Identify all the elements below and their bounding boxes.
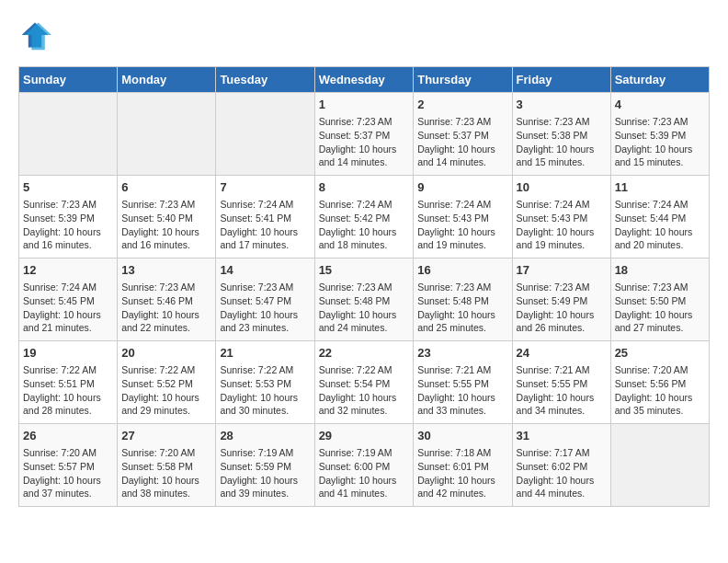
day-info: Sunrise: 7:24 AM Sunset: 5:44 PM Dayligh… [615,198,705,252]
day-number: 6 [121,179,211,196]
day-number: 26 [23,428,113,444]
day-cell: 31Sunrise: 7:17 AM Sunset: 6:02 PM Dayli… [512,424,610,507]
day-number: 17 [517,262,607,279]
week-row-5: 26Sunrise: 7:20 AM Sunset: 5:57 PM Dayli… [19,424,710,507]
day-info: Sunrise: 7:22 AM Sunset: 5:52 PM Dayligh… [121,363,211,418]
day-cell: 5Sunrise: 7:23 AM Sunset: 5:39 PM Daylig… [19,176,118,259]
day-info: Sunrise: 7:24 AM Sunset: 5:41 PM Dayligh… [220,198,310,252]
day-cell: 17Sunrise: 7:23 AM Sunset: 5:49 PM Dayli… [512,259,610,341]
day-number: 25 [615,345,705,362]
header-cell-sunday: Sunday [19,67,118,93]
day-number: 16 [417,262,507,279]
day-number: 9 [417,179,507,196]
day-number: 4 [615,97,705,113]
day-cell: 9Sunrise: 7:24 AM Sunset: 5:43 PM Daylig… [414,176,512,259]
day-info: Sunrise: 7:22 AM Sunset: 5:54 PM Dayligh… [319,363,410,418]
day-cell: 25Sunrise: 7:20 AM Sunset: 5:56 PM Dayli… [610,341,709,424]
day-cell: 7Sunrise: 7:24 AM Sunset: 5:41 PM Daylig… [216,176,314,259]
day-info: Sunrise: 7:22 AM Sunset: 5:51 PM Dayligh… [23,363,113,418]
day-cell: 4Sunrise: 7:23 AM Sunset: 5:39 PM Daylig… [610,93,709,176]
day-cell: 28Sunrise: 7:19 AM Sunset: 5:59 PM Dayli… [216,424,314,507]
day-number: 20 [121,345,211,362]
day-cell [118,93,216,176]
day-info: Sunrise: 7:21 AM Sunset: 5:55 PM Dayligh… [517,363,607,418]
day-number: 28 [220,428,310,444]
day-cell [610,424,709,507]
day-cell: 24Sunrise: 7:21 AM Sunset: 5:55 PM Dayli… [512,341,610,424]
day-number: 3 [517,97,607,113]
day-number: 29 [319,428,410,444]
header-cell-monday: Monday [118,67,216,93]
day-number: 23 [417,345,507,362]
day-info: Sunrise: 7:23 AM Sunset: 5:39 PM Dayligh… [615,115,705,169]
day-info: Sunrise: 7:23 AM Sunset: 5:37 PM Dayligh… [319,115,410,169]
day-cell: 18Sunrise: 7:23 AM Sunset: 5:50 PM Dayli… [610,259,709,341]
page-header [18,18,710,52]
day-number: 22 [319,345,410,362]
day-number: 10 [517,179,607,196]
day-cell: 14Sunrise: 7:23 AM Sunset: 5:47 PM Dayli… [216,259,314,341]
day-info: Sunrise: 7:24 AM Sunset: 5:45 PM Dayligh… [23,281,113,335]
header-cell-saturday: Saturday [610,67,709,93]
day-cell: 21Sunrise: 7:22 AM Sunset: 5:53 PM Dayli… [216,341,314,424]
header-row: SundayMondayTuesdayWednesdayThursdayFrid… [19,67,710,93]
header-cell-tuesday: Tuesday [216,67,314,93]
day-info: Sunrise: 7:23 AM Sunset: 5:39 PM Dayligh… [23,198,113,252]
day-number: 15 [319,262,410,279]
day-number: 31 [517,428,607,444]
day-info: Sunrise: 7:23 AM Sunset: 5:40 PM Dayligh… [121,198,211,252]
day-info: Sunrise: 7:23 AM Sunset: 5:49 PM Dayligh… [517,281,607,335]
day-info: Sunrise: 7:20 AM Sunset: 5:58 PM Dayligh… [121,446,211,500]
day-info: Sunrise: 7:21 AM Sunset: 5:55 PM Dayligh… [417,363,507,418]
week-row-1: 1Sunrise: 7:23 AM Sunset: 5:37 PM Daylig… [19,93,710,176]
day-info: Sunrise: 7:23 AM Sunset: 5:46 PM Dayligh… [121,281,211,335]
day-cell: 1Sunrise: 7:23 AM Sunset: 5:37 PM Daylig… [314,93,414,176]
day-number: 13 [121,262,211,279]
day-number: 12 [23,262,113,279]
day-number: 21 [220,345,310,362]
calendar-table: SundayMondayTuesdayWednesdayThursdayFrid… [18,66,710,507]
day-number: 8 [319,179,410,196]
day-number: 5 [23,179,113,196]
day-info: Sunrise: 7:20 AM Sunset: 5:56 PM Dayligh… [615,363,705,418]
day-cell: 10Sunrise: 7:24 AM Sunset: 5:43 PM Dayli… [512,176,610,259]
week-row-2: 5Sunrise: 7:23 AM Sunset: 5:39 PM Daylig… [19,176,710,259]
header-cell-wednesday: Wednesday [314,67,414,93]
week-row-3: 12Sunrise: 7:24 AM Sunset: 5:45 PM Dayli… [19,259,710,341]
day-cell: 23Sunrise: 7:21 AM Sunset: 5:55 PM Dayli… [414,341,512,424]
day-number: 27 [121,428,211,444]
day-cell: 20Sunrise: 7:22 AM Sunset: 5:52 PM Dayli… [118,341,216,424]
day-info: Sunrise: 7:23 AM Sunset: 5:38 PM Dayligh… [517,115,607,169]
day-cell [216,93,314,176]
day-info: Sunrise: 7:23 AM Sunset: 5:48 PM Dayligh… [319,281,410,335]
week-row-4: 19Sunrise: 7:22 AM Sunset: 5:51 PM Dayli… [19,341,710,424]
day-number: 1 [319,97,410,113]
day-cell [19,93,118,176]
day-cell: 2Sunrise: 7:23 AM Sunset: 5:37 PM Daylig… [414,93,512,176]
day-number: 7 [220,179,310,196]
day-number: 11 [615,179,705,196]
day-cell: 15Sunrise: 7:23 AM Sunset: 5:48 PM Dayli… [314,259,414,341]
day-info: Sunrise: 7:24 AM Sunset: 5:42 PM Dayligh… [319,198,410,252]
day-info: Sunrise: 7:22 AM Sunset: 5:53 PM Dayligh… [220,363,310,418]
day-info: Sunrise: 7:24 AM Sunset: 5:43 PM Dayligh… [417,198,507,252]
day-info: Sunrise: 7:23 AM Sunset: 5:47 PM Dayligh… [220,281,310,335]
day-number: 24 [517,345,607,362]
logo-icon [18,18,51,52]
day-info: Sunrise: 7:17 AM Sunset: 6:02 PM Dayligh… [517,446,607,500]
day-cell: 8Sunrise: 7:24 AM Sunset: 5:42 PM Daylig… [314,176,414,259]
day-cell: 12Sunrise: 7:24 AM Sunset: 5:45 PM Dayli… [19,259,118,341]
day-info: Sunrise: 7:23 AM Sunset: 5:50 PM Dayligh… [615,281,705,335]
day-cell: 29Sunrise: 7:19 AM Sunset: 6:00 PM Dayli… [314,424,414,507]
day-info: Sunrise: 7:24 AM Sunset: 5:43 PM Dayligh… [517,198,607,252]
day-info: Sunrise: 7:19 AM Sunset: 6:00 PM Dayligh… [319,446,410,500]
day-cell: 27Sunrise: 7:20 AM Sunset: 5:58 PM Dayli… [118,424,216,507]
day-cell: 3Sunrise: 7:23 AM Sunset: 5:38 PM Daylig… [512,93,610,176]
day-info: Sunrise: 7:23 AM Sunset: 5:48 PM Dayligh… [417,281,507,335]
day-number: 19 [23,345,113,362]
day-info: Sunrise: 7:19 AM Sunset: 5:59 PM Dayligh… [220,446,310,500]
day-cell: 16Sunrise: 7:23 AM Sunset: 5:48 PM Dayli… [414,259,512,341]
day-cell: 26Sunrise: 7:20 AM Sunset: 5:57 PM Dayli… [19,424,118,507]
day-cell: 22Sunrise: 7:22 AM Sunset: 5:54 PM Dayli… [314,341,414,424]
header-cell-thursday: Thursday [414,67,512,93]
